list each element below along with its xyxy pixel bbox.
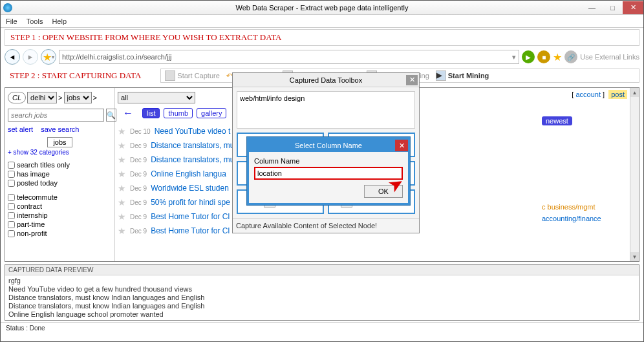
filter-titles[interactable] bbox=[8, 162, 15, 169]
save-search-link[interactable]: save search bbox=[41, 125, 79, 133]
filter-parttime[interactable] bbox=[8, 221, 15, 228]
preview-row: Distance translators, must know Indian l… bbox=[8, 302, 636, 310]
preview-row: Distance translators, must know Indian l… bbox=[8, 294, 636, 302]
star-icon: ★ bbox=[43, 51, 52, 63]
favorites-button[interactable]: ★▾ bbox=[41, 49, 56, 65]
preview-row: rgfg bbox=[8, 277, 636, 285]
listing-title[interactable]: Need YouTube video t bbox=[155, 127, 231, 136]
listing-date: Dec 9 bbox=[130, 142, 147, 149]
cl-right: [ account ] post newest c business/mgmt … bbox=[539, 88, 630, 261]
fav-star-icon[interactable]: ★ bbox=[118, 140, 126, 151]
menubar: File Tools Help bbox=[1, 15, 643, 28]
listing-title[interactable]: Worldwide ESL studen bbox=[151, 184, 229, 193]
fav-star-icon[interactable]: ★ bbox=[118, 226, 126, 236]
listing-date: Dec 10 bbox=[130, 128, 151, 135]
listing-title[interactable]: Distance translators, mu bbox=[151, 155, 234, 164]
column-name-dialog: Select Column Name✕ Column Name OK bbox=[246, 136, 411, 206]
cl-logo[interactable]: CL bbox=[8, 92, 26, 103]
listing-date: Dec 9 bbox=[130, 156, 147, 164]
scrollbar[interactable]: ▲▼ bbox=[630, 88, 639, 261]
listing-date: Dec 9 bbox=[130, 213, 147, 220]
view-gallery[interactable]: gallery bbox=[197, 108, 226, 118]
preview-row: Online English language school promoter … bbox=[8, 310, 636, 319]
view-thumb[interactable]: thumb bbox=[164, 108, 193, 118]
bookmark-icon[interactable]: ★ bbox=[553, 51, 562, 63]
preview-header: CAPTURED DATA PREVIEW bbox=[5, 265, 639, 275]
minimize-button[interactable]: — bbox=[581, 1, 602, 14]
filter-contract[interactable] bbox=[8, 203, 15, 210]
capture-icon bbox=[165, 70, 175, 81]
app-icon bbox=[3, 3, 12, 12]
fav-star-icon[interactable]: ★ bbox=[118, 197, 126, 208]
forward-button[interactable]: ► bbox=[23, 49, 38, 65]
listing-date: Dec 9 bbox=[130, 185, 147, 192]
account-link[interactable]: account bbox=[575, 91, 601, 98]
toolbox-close[interactable]: ✕ bbox=[406, 75, 418, 85]
filter-image[interactable] bbox=[8, 171, 15, 178]
external-links-label[interactable]: Use External Links bbox=[580, 53, 639, 61]
toolbox-textarea[interactable]: web/html/info design bbox=[237, 91, 415, 129]
fav-star-icon[interactable]: ★ bbox=[118, 169, 126, 179]
url-input[interactable]: http://delhi.craigslist.co.in/search/jjj… bbox=[59, 50, 519, 64]
listing-title[interactable]: Online English langua bbox=[151, 169, 226, 178]
dialog-close[interactable]: ✕ bbox=[395, 140, 408, 151]
post-link[interactable]: post bbox=[608, 90, 627, 99]
listing-date: Dec 9 bbox=[130, 171, 147, 178]
listing-title[interactable]: Best Home Tutor for Cl bbox=[151, 212, 230, 221]
filter-telecommute[interactable] bbox=[8, 194, 15, 201]
filter-nonprofit[interactable] bbox=[8, 230, 15, 237]
chevron-down-icon[interactable]: ▾ bbox=[512, 53, 516, 61]
status-bar: Status : Done bbox=[1, 322, 643, 334]
go-button[interactable]: ▶ bbox=[522, 50, 535, 63]
listing-title[interactable]: Distance translators, mu bbox=[151, 141, 234, 150]
search-input[interactable] bbox=[8, 109, 104, 122]
link-icon: 🔗 bbox=[564, 50, 577, 63]
captured-data-preview: CAPTURED DATA PREVIEW rgfgNeed YouTube v… bbox=[5, 264, 639, 321]
set-alert-link[interactable]: set alert bbox=[8, 125, 33, 133]
titlebar: Web Data Scraper - Extract web page data… bbox=[1, 1, 643, 15]
nav-row: ◄ ► ★▾ http://delhi.craigslist.co.in/sea… bbox=[1, 47, 643, 67]
step2-label: STEP 2 : START CAPTURING DATA bbox=[5, 68, 146, 83]
fav-star-icon[interactable]: ★ bbox=[118, 183, 126, 193]
cat-accounting[interactable]: accounting/finance bbox=[542, 215, 627, 222]
column-name-label: Column Name bbox=[254, 157, 403, 165]
stop-button[interactable]: ■ bbox=[537, 50, 550, 63]
undo-icon: ↶ bbox=[226, 72, 232, 80]
scroll-up[interactable]: ▲ bbox=[630, 88, 639, 97]
sort-newest[interactable]: newest bbox=[542, 116, 572, 125]
fav-star-icon[interactable]: ★ bbox=[118, 155, 126, 165]
filter-internship[interactable] bbox=[8, 212, 15, 219]
maximize-button[interactable]: □ bbox=[602, 1, 623, 14]
scroll-down[interactable]: ▼ bbox=[630, 252, 639, 261]
subcategory-select[interactable]: all bbox=[118, 92, 195, 103]
start-capture-button[interactable]: Start Capture bbox=[165, 70, 219, 81]
jobs-category[interactable]: jobs bbox=[47, 137, 72, 147]
mining-icon: ▶ bbox=[436, 70, 446, 81]
fav-star-icon[interactable]: ★ bbox=[118, 126, 126, 136]
listing-title[interactable]: Best Home Tutor for Cl bbox=[151, 226, 230, 235]
close-button[interactable]: ✕ bbox=[623, 1, 643, 14]
category-select[interactable]: jobs bbox=[64, 92, 92, 103]
show-categories-link[interactable]: + show 32 categories bbox=[8, 149, 112, 156]
toolbox-footer: Capture Available Content of Selected No… bbox=[233, 218, 419, 233]
start-mining-button[interactable]: ▶Start Mining bbox=[436, 70, 489, 81]
menu-help[interactable]: Help bbox=[52, 17, 67, 25]
listing-date: Dec 9 bbox=[130, 199, 147, 206]
listing-date: Dec 9 bbox=[130, 228, 147, 235]
listing-title[interactable]: 50% profit for hindi spe bbox=[151, 198, 230, 207]
menu-file[interactable]: File bbox=[6, 17, 17, 25]
menu-tools[interactable]: Tools bbox=[27, 17, 43, 25]
back-button[interactable]: ◄ bbox=[5, 49, 20, 65]
step1-label: STEP 1 : OPEN WEBSITE FROM WHERE YOU WIS… bbox=[5, 29, 639, 46]
preview-row: Need YouTube video to get a few hundred … bbox=[8, 285, 636, 294]
back-arrow-icon[interactable]: ← bbox=[123, 107, 133, 119]
app-title: Web Data Scraper - Extract web page data… bbox=[236, 4, 409, 12]
cl-sidebar: CL delhi > jobs > 🔍 set alertsave search… bbox=[5, 88, 115, 261]
location-select[interactable]: delhi bbox=[27, 92, 57, 103]
column-name-input[interactable] bbox=[254, 167, 403, 180]
view-list[interactable]: list bbox=[142, 108, 160, 118]
filter-today[interactable] bbox=[8, 180, 15, 187]
cat-business[interactable]: c business/mgmt bbox=[542, 203, 627, 211]
dialog-title: Select Column Name bbox=[295, 142, 362, 149]
fav-star-icon[interactable]: ★ bbox=[118, 211, 126, 222]
